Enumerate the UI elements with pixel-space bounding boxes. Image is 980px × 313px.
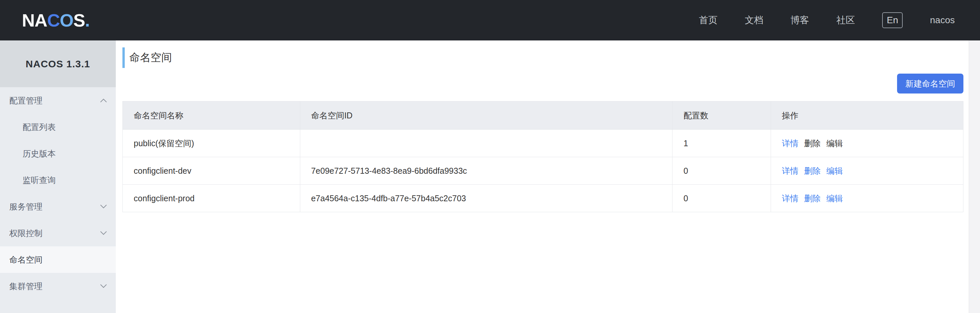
- cell-config-count: 1: [673, 130, 771, 157]
- logged-in-username[interactable]: nacos: [930, 15, 955, 25]
- column-header-namespace-name: 命名空间名称: [123, 102, 300, 130]
- top-nav: 首页 文档 博客 社区 En nacos: [699, 12, 955, 28]
- nav-item-blog[interactable]: 博客: [791, 14, 809, 27]
- details-link[interactable]: 详情: [782, 194, 799, 203]
- sidebar-item-namespace[interactable]: 命名空间: [0, 246, 116, 273]
- table-header-row: 命名空间名称 命名空间ID 配置数 操作: [123, 102, 963, 130]
- table-row: public(保留空间) 1 详情删除编辑: [123, 130, 963, 157]
- cell-operations: 详情删除编辑: [771, 185, 963, 212]
- sidebar-item-label: 配置管理: [9, 95, 100, 106]
- sidebar-item-label: 历史版本: [22, 148, 107, 159]
- delete-link[interactable]: 删除: [804, 194, 821, 203]
- sidebar-item-label: 集群管理: [9, 281, 100, 292]
- cell-namespace-id: e7a4564a-c135-4dfb-a77e-57b4a5c2c703: [300, 185, 673, 212]
- sidebar-item-config-management[interactable]: 配置管理: [0, 87, 116, 114]
- details-link[interactable]: 详情: [782, 138, 799, 148]
- table-row: configclient-prod e7a4564a-c135-4dfb-a77…: [123, 185, 963, 212]
- edit-link[interactable]: 编辑: [826, 166, 843, 175]
- nacos-logo: NACOS.: [22, 10, 89, 30]
- namespace-table: 命名空间名称 命名空间ID 配置数 操作 public(保留空间) 1 详情删除…: [123, 101, 963, 212]
- nav-item-docs[interactable]: 文档: [745, 14, 764, 27]
- logo-part-dot: .: [85, 10, 89, 30]
- sidebar-item-label: 监听查询: [22, 175, 107, 186]
- column-header-config-count: 配置数: [673, 102, 771, 130]
- page-header: 命名空间: [123, 48, 963, 68]
- delete-link[interactable]: 删除: [804, 166, 821, 175]
- sidebar-item-label: 权限控制: [9, 228, 100, 239]
- chevron-down-icon: [100, 204, 107, 209]
- cell-namespace-name: configclient-prod: [123, 185, 300, 212]
- sidebar-item-label: 服务管理: [9, 201, 100, 212]
- logo-part-o: O: [60, 10, 73, 30]
- top-bar: NACOS. 首页 文档 博客 社区 En nacos: [0, 0, 980, 40]
- cell-operations: 详情删除编辑: [771, 157, 963, 185]
- nav-item-community[interactable]: 社区: [836, 14, 855, 27]
- sidebar-item-cluster-management[interactable]: 集群管理: [0, 273, 116, 299]
- main-content: 命名空间 新建命名空间 命名空间名称 命名空间ID 配置数 操作 public(…: [116, 40, 969, 313]
- chevron-down-icon: [100, 231, 107, 235]
- cell-operations: 详情删除编辑: [771, 130, 963, 157]
- cell-namespace-name: public(保留空间): [123, 130, 300, 157]
- sidebar-item-permission-control[interactable]: 权限控制: [0, 220, 116, 246]
- sidebar-item-service-management[interactable]: 服务管理: [0, 193, 116, 220]
- sidebar-item-history-versions[interactable]: 历史版本: [0, 140, 116, 167]
- sidebar-version-title: NACOS 1.3.1: [0, 40, 116, 87]
- logo-part-c: C: [47, 10, 60, 30]
- delete-link[interactable]: 删除: [804, 138, 821, 148]
- vertical-scrollbar[interactable]: [969, 40, 980, 313]
- new-namespace-button[interactable]: 新建命名空间: [897, 74, 963, 94]
- toolbar: 新建命名空间: [123, 74, 963, 94]
- column-header-operations: 操作: [771, 102, 963, 130]
- page-title: 命名空间: [129, 51, 172, 65]
- nav-item-home[interactable]: 首页: [699, 14, 718, 27]
- language-toggle-button[interactable]: En: [882, 12, 903, 28]
- chevron-up-icon: [100, 98, 107, 103]
- details-link[interactable]: 详情: [782, 166, 799, 175]
- sidebar-item-listener-query[interactable]: 监听查询: [0, 167, 116, 193]
- cell-config-count: 0: [673, 185, 771, 212]
- cell-namespace-id: 7e09e727-5713-4e83-8ea9-6bd6dfa9933c: [300, 157, 673, 185]
- sidebar-item-label: 配置列表: [22, 122, 107, 133]
- column-header-namespace-id: 命名空间ID: [300, 102, 673, 130]
- logo-part-na: NA: [22, 10, 47, 30]
- cell-namespace-id: [300, 130, 673, 157]
- cell-namespace-name: configclient-dev: [123, 157, 300, 185]
- title-accent-bar: [123, 48, 125, 68]
- edit-link[interactable]: 编辑: [826, 194, 843, 203]
- cell-config-count: 0: [673, 157, 771, 185]
- edit-link[interactable]: 编辑: [826, 138, 843, 148]
- sidebar: NACOS 1.3.1 配置管理 配置列表 历史版本 监听查询 服务管理 权限控…: [0, 40, 116, 313]
- table-row: configclient-dev 7e09e727-5713-4e83-8ea9…: [123, 157, 963, 185]
- sidebar-item-label: 命名空间: [9, 254, 107, 265]
- logo-part-s: S: [73, 10, 85, 30]
- chevron-down-icon: [100, 284, 107, 288]
- sidebar-item-config-list[interactable]: 配置列表: [0, 114, 116, 140]
- page-body: NACOS 1.3.1 配置管理 配置列表 历史版本 监听查询 服务管理 权限控…: [0, 40, 980, 313]
